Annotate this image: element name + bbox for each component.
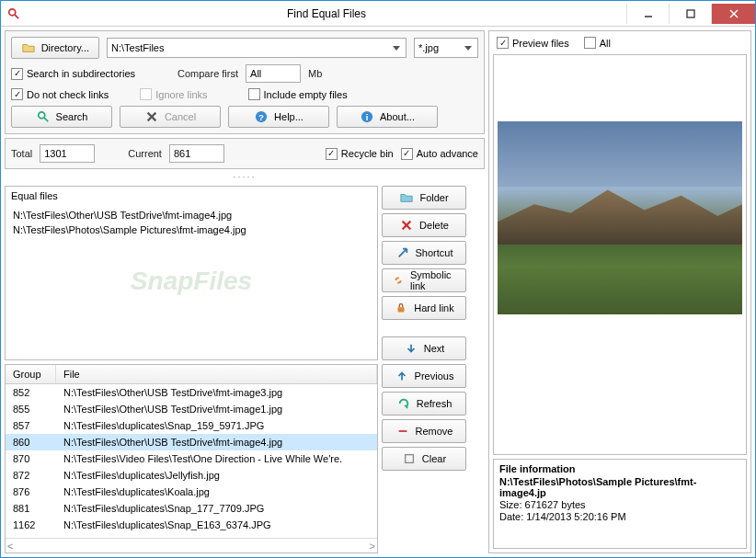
equal-files-header: Equal files <box>6 187 377 206</box>
app-window: Find Equal Files Directory... N:\TestFil… <box>0 0 756 558</box>
directory-dropdown[interactable]: N:\TestFiles <box>107 38 407 58</box>
directory-button-label: Directory... <box>41 42 89 53</box>
cell-file: N:\TestFiles\duplicates\Koala.jpg <box>56 485 377 498</box>
left-side: Directory... N:\TestFiles *.jpg Search i… <box>5 30 485 553</box>
cell-group: 876 <box>6 485 56 498</box>
auto-advance-checkbox[interactable]: Auto advance <box>401 148 478 160</box>
table-row[interactable]: 855N:\TestFiles\Other\USB TestDrive\fmt-… <box>6 401 377 417</box>
filter-value: *.jpg <box>418 42 439 53</box>
help-button-label: Help... <box>274 111 304 122</box>
equal-files-item[interactable]: N:\TestFiles\Other\USB TestDrive\fmt-ima… <box>13 208 370 222</box>
file-info-path: N:\TestFiles\Photos\Sample Pictures\fmt-… <box>499 476 740 498</box>
include-empty-label: Include empty files <box>264 89 348 100</box>
minimize-button[interactable] <box>626 4 669 24</box>
shortcut-icon <box>395 245 410 260</box>
svg-text:i: i <box>366 112 369 122</box>
info-icon: i <box>360 109 374 124</box>
table-row[interactable]: 876N:\TestFiles\duplicates\Koala.jpg <box>6 484 377 500</box>
table-row[interactable]: 860N:\TestFiles\Other\USB TestDrive\fmt-… <box>6 434 377 450</box>
cell-group: 855 <box>6 403 56 416</box>
delete-button[interactable]: Delete <box>382 213 466 237</box>
svg-rect-18 <box>405 455 413 463</box>
cell-group: 860 <box>6 436 56 449</box>
col-group[interactable]: Group <box>6 365 56 383</box>
recycle-bin-checkbox[interactable]: Recycle bin <box>326 148 394 160</box>
preview-image <box>498 121 742 314</box>
search-button[interactable]: Search <box>11 106 112 128</box>
folder-icon <box>399 190 414 205</box>
table-row[interactable]: 881N:\TestFiles\duplicates\Snap_177_7709… <box>6 500 377 517</box>
filter-dropdown[interactable]: *.jpg <box>414 38 478 58</box>
preview-box <box>493 54 747 455</box>
include-empty-checkbox[interactable]: Include empty files <box>248 88 348 100</box>
table-row[interactable]: 872N:\TestFiles\duplicates\Jellyfish.jpg <box>6 467 377 484</box>
search-subdirs-checkbox[interactable]: Search in subdirectories <box>11 68 135 80</box>
equal-files-list[interactable]: N:\TestFiles\Other\USB TestDrive\fmt-ima… <box>6 206 377 359</box>
current-label: Current <box>128 148 162 159</box>
horizontal-scrollbar[interactable]: <> <box>6 538 377 552</box>
delete-icon <box>399 218 414 233</box>
shortcut-button[interactable]: Shortcut <box>382 241 466 265</box>
hardlink-button[interactable]: Hard link <box>382 296 466 320</box>
search-options-panel: Directory... N:\TestFiles *.jpg Search i… <box>5 30 485 134</box>
window-body: Directory... N:\TestFiles *.jpg Search i… <box>1 27 755 557</box>
cell-group: 852 <box>6 386 56 399</box>
total-value[interactable] <box>40 144 95 163</box>
auto-advance-label: Auto advance <box>417 148 478 159</box>
svg-rect-17 <box>398 430 407 432</box>
refresh-icon <box>396 396 411 411</box>
folder-open-icon <box>21 40 36 55</box>
table-row[interactable]: 857N:\TestFiles\duplicates\Snap_159_5971… <box>6 417 377 434</box>
equal-files-item[interactable]: N:\TestFiles\Photos\Sample Pictures\fmt-… <box>13 222 370 237</box>
folder-button[interactable]: Folder <box>382 186 466 210</box>
cell-file: N:\TestFiles\duplicates\Snap_177_7709.JP… <box>56 502 377 515</box>
splitter-grip[interactable]: ····· <box>5 173 485 182</box>
table-row[interactable]: 870N:\TestFiles\Video Files\Test\One Dir… <box>6 450 377 467</box>
preview-all-checkbox[interactable]: All <box>584 37 611 49</box>
current-value[interactable] <box>169 144 224 163</box>
compare-first-label: Compare first <box>178 68 238 79</box>
help-button[interactable]: ? Help... <box>228 106 329 128</box>
symlink-button[interactable]: Symbolic link <box>382 268 466 292</box>
cancel-button[interactable]: Cancel <box>120 106 221 128</box>
directory-button[interactable]: Directory... <box>11 37 99 59</box>
remove-button[interactable]: Remove <box>382 419 466 443</box>
preview-files-checkbox[interactable]: Preview files <box>497 37 569 49</box>
cell-file: N:\TestFiles\Other\USB TestDrive\fmt-ima… <box>56 403 377 416</box>
next-button[interactable]: Next <box>382 336 466 360</box>
preview-files-label: Preview files <box>512 38 569 49</box>
refresh-button[interactable]: Refresh <box>382 392 466 416</box>
cell-file: N:\TestFiles\Other\USB TestDrive\fmt-ima… <box>56 436 377 449</box>
cancel-icon <box>144 109 159 124</box>
cell-file: N:\TestFiles\Other\USB TestDrive\fmt-ima… <box>56 386 377 399</box>
table-row[interactable]: 852N:\TestFiles\Other\USB TestDrive\fmt-… <box>6 384 377 401</box>
middle-left: Equal files N:\TestFiles\Other\USB TestD… <box>5 186 378 553</box>
dont-check-links-label: Do not check links <box>27 89 109 100</box>
svg-point-0 <box>9 8 16 15</box>
about-button-label: About... <box>380 111 415 122</box>
titlebar: Find Equal Files <box>1 1 755 27</box>
col-file[interactable]: File <box>56 365 377 383</box>
results-table: Group File 852N:\TestFiles\Other\USB Tes… <box>5 364 378 553</box>
close-button[interactable] <box>711 4 755 24</box>
maximize-button[interactable] <box>669 4 711 24</box>
preview-all-label: All <box>600 38 611 49</box>
help-icon: ? <box>254 109 269 124</box>
table-row[interactable]: 1162N:\TestFiles\duplicates\Snap_E163_63… <box>6 517 377 533</box>
lock-icon <box>394 301 408 315</box>
table-body[interactable]: 852N:\TestFiles\Other\USB TestDrive\fmt-… <box>6 384 377 538</box>
recycle-bin-label: Recycle bin <box>341 148 394 159</box>
minus-icon <box>395 424 410 438</box>
about-button[interactable]: i About... <box>337 106 438 128</box>
cell-group: 870 <box>6 452 56 465</box>
action-panel: Folder Delete Shortcut Symbolic link Har… <box>382 186 485 553</box>
window-controls <box>626 4 755 24</box>
arrow-up-icon <box>395 369 409 383</box>
svg-rect-3 <box>687 10 694 17</box>
previous-button[interactable]: Previous <box>382 364 466 388</box>
compare-first-input[interactable] <box>246 64 301 83</box>
dont-check-links-checkbox[interactable]: Do not check links <box>11 88 109 100</box>
mb-label: Mb <box>308 68 322 79</box>
directory-value: N:\TestFiles <box>111 42 164 53</box>
clear-button[interactable]: Clear <box>382 447 466 471</box>
